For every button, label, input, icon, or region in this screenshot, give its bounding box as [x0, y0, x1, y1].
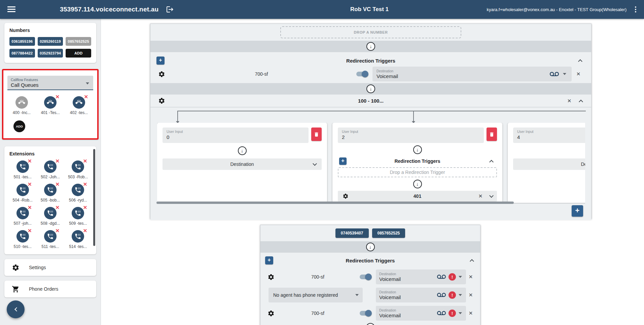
collapse-icon[interactable] — [489, 160, 494, 164]
add-trigger-button[interactable] — [339, 157, 347, 165]
drop-number-zone[interactable]: DROP A NUMBER — [280, 26, 461, 38]
callflow-features-select[interactable]: Callflow Features Call Queues — [7, 76, 93, 90]
destination-dropdown[interactable]: Destination — [163, 158, 322, 170]
cart-icon — [12, 285, 20, 293]
number-chip[interactable]: 0857652525 — [372, 228, 405, 238]
add-trigger-button[interactable] — [265, 256, 273, 264]
remove-icon[interactable] — [28, 228, 32, 234]
extension-item[interactable]: 506 -ryd... — [65, 184, 91, 203]
call-queue-item[interactable]: 401 -Tes... — [36, 96, 65, 115]
remove-icon[interactable] — [83, 205, 87, 211]
remove-icon[interactable] — [55, 228, 60, 234]
collapse-icon[interactable] — [470, 259, 474, 263]
call-queue-item[interactable]: 400 -Inc... — [7, 96, 36, 115]
user-input-field[interactable]: User Input 4 — [513, 128, 585, 143]
extension-item[interactable]: 507 -joh... — [9, 207, 36, 226]
remove-trigger-button[interactable] — [466, 274, 475, 280]
add-number-button[interactable]: ADD — [66, 49, 91, 58]
remove-icon[interactable] — [84, 94, 88, 100]
remove-trigger-button[interactable] — [574, 71, 583, 77]
remove-icon[interactable] — [28, 181, 32, 187]
extension-item[interactable]: 511 -tes... — [37, 230, 63, 249]
extension-item[interactable]: 509 -tes... — [65, 207, 91, 226]
sidebar-item-phone-orders[interactable]: Phone Orders — [4, 281, 96, 297]
gear-icon — [12, 264, 20, 272]
gear-icon[interactable] — [266, 310, 276, 317]
destination-select[interactable]: Destination Voicemail — [376, 288, 466, 302]
extension-item[interactable]: 514 -tes... — [65, 230, 91, 249]
destination-dropdown[interactable]: Destination — [513, 158, 585, 170]
trigger-toggle[interactable] — [360, 311, 371, 316]
remove-trigger-button[interactable] — [466, 310, 475, 316]
callflow-panel: DROP A NUMBER Redirection Triggers 700-s… — [150, 24, 592, 219]
error-badge-icon — [449, 310, 456, 317]
voicemail-icon — [437, 291, 446, 299]
collapse-icon[interactable] — [578, 59, 582, 64]
drop-trigger-zone[interactable]: Drop a Redirection Trigger — [338, 167, 497, 177]
remove-trigger-button[interactable] — [466, 292, 475, 298]
delete-input-button[interactable] — [311, 128, 322, 141]
remove-icon[interactable] — [55, 94, 60, 100]
extension-item[interactable]: 508 -dgd... — [37, 207, 63, 226]
arrow-down-circle-icon — [238, 146, 247, 155]
number-chip[interactable]: 0877884422 — [9, 49, 35, 58]
gear-icon[interactable] — [156, 97, 167, 104]
remove-icon[interactable] — [83, 181, 87, 187]
overflow-menu-icon[interactable] — [633, 5, 639, 13]
extension-item[interactable]: 505 -bob... — [37, 184, 63, 203]
extension-item[interactable]: 502 -Joh... — [37, 160, 63, 179]
trigger-toggle[interactable] — [360, 275, 371, 279]
top-bar: 353957.114.voiceconnect.net.au Rob VC Te… — [0, 0, 644, 19]
number-chip[interactable]: 0285260119 — [38, 37, 63, 46]
menu-icon[interactable] — [7, 6, 16, 12]
arrow-down-circle-icon — [366, 42, 375, 51]
gear-icon[interactable] — [341, 193, 351, 199]
extension-item[interactable]: 503 -Rob... — [65, 160, 91, 179]
trigger-condition-select[interactable]: No agent has phone registered — [269, 288, 363, 302]
tree-connector-line — [178, 111, 586, 111]
remove-icon[interactable] — [83, 158, 87, 164]
add-trigger-button[interactable] — [156, 57, 165, 65]
horizontal-scrollbar[interactable] — [156, 202, 514, 204]
destination-select[interactable]: Destination Voicemail — [376, 306, 466, 321]
number-chip[interactable]: 0361855196 — [9, 37, 35, 46]
call-queue-item[interactable]: 402 -tes... — [65, 96, 93, 115]
destination-select[interactable]: Destination Voicemail — [372, 67, 572, 81]
user-input-field[interactable]: User Input 0 — [163, 128, 309, 143]
remove-icon[interactable] — [55, 181, 60, 187]
remove-icon[interactable] — [55, 205, 60, 211]
remove-icon[interactable] — [28, 205, 32, 211]
add-queue-button[interactable]: ADD — [13, 120, 25, 132]
extensions-scrollbar[interactable] — [93, 149, 95, 246]
extension-item[interactable]: 501 -tes... — [9, 160, 36, 179]
connector — [150, 83, 591, 95]
user-input-card: User Input 4 Destination — [508, 123, 585, 203]
gear-icon[interactable] — [266, 274, 276, 281]
number-chip[interactable]: 0740539407 — [335, 228, 369, 238]
number-chip[interactable]: 0857652525 — [66, 37, 91, 46]
remove-queue-button[interactable] — [565, 98, 574, 104]
sidebar: Numbers 0361855196 0285260119 0857652525… — [0, 19, 101, 325]
collapse-sidebar-button[interactable] — [7, 300, 25, 318]
expand-icon[interactable] — [489, 193, 494, 198]
delete-input-button[interactable] — [487, 128, 497, 141]
trigger-toggle[interactable] — [356, 72, 368, 76]
error-badge-icon — [449, 291, 456, 299]
destination-select[interactable]: Destination Voicemail — [376, 269, 466, 284]
user-input-field[interactable]: User Input 2 — [338, 128, 484, 143]
add-user-input-button[interactable] — [572, 205, 583, 217]
collapse-icon[interactable] — [579, 100, 583, 104]
extension-item[interactable]: 504 -Rob... — [9, 184, 36, 203]
chevron-down-icon — [459, 294, 462, 296]
remove-icon[interactable] — [55, 158, 60, 164]
remove-node-button[interactable] — [476, 193, 485, 199]
phone-icon — [72, 160, 84, 173]
connector — [260, 323, 480, 325]
sidebar-item-settings[interactable]: Settings — [4, 259, 96, 276]
extension-item[interactable]: 510 -tes... — [9, 230, 36, 249]
gear-icon[interactable] — [156, 71, 167, 78]
remove-icon[interactable] — [28, 158, 32, 164]
logout-icon[interactable] — [166, 5, 174, 13]
remove-icon[interactable] — [83, 228, 87, 234]
number-chip[interactable]: 0352923794 — [38, 49, 63, 58]
